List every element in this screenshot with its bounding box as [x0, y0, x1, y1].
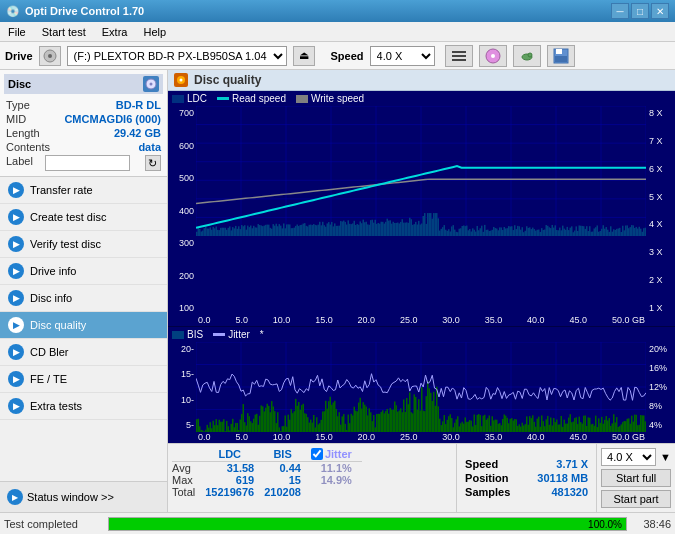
nav-drive-info[interactable]: ▶ Drive info	[0, 258, 167, 285]
bis-max-val: 15	[264, 474, 311, 486]
cd-bler-icon: ▶	[8, 344, 24, 360]
stats-avg-row: Avg 31.58 0.44 11.1%	[172, 462, 362, 475]
th-jitter: Jitter	[311, 448, 362, 462]
jitter-legend-label: Jitter	[228, 329, 250, 340]
speed-label: Speed	[331, 50, 364, 62]
avg-label: Avg	[172, 462, 205, 475]
jitter-color-swatch	[213, 333, 225, 336]
config-icon-btn[interactable]	[445, 45, 473, 67]
charts-area: LDC Read speed Write speed 700 600 500	[168, 91, 675, 443]
bis-color-swatch	[172, 331, 184, 339]
svg-point-13	[150, 83, 153, 86]
nav-drive-info-label: Drive info	[30, 265, 76, 277]
drive-label: Drive	[5, 50, 33, 62]
menu-file[interactable]: File	[4, 25, 30, 39]
maximize-button[interactable]: □	[631, 3, 649, 19]
extra-tests-icon: ▶	[8, 398, 24, 414]
nav-verify-test-disc-label: Verify test disc	[30, 238, 101, 250]
disc-type-row: Type BD-R DL	[4, 98, 163, 112]
write-speed-legend-label: Write speed	[311, 93, 364, 104]
drive-info-icon: ▶	[8, 263, 24, 279]
disc-header: Disc	[4, 74, 163, 94]
nav-create-test-disc[interactable]: ▶ Create test disc	[0, 204, 167, 231]
disc-contents-row: Contents data	[4, 140, 163, 154]
eject-button[interactable]: ⏏	[293, 46, 315, 66]
speed-select[interactable]: 4.0 X	[370, 46, 435, 66]
svg-point-1	[48, 54, 52, 58]
samples-label: Samples	[465, 486, 510, 498]
top-legend: LDC Read speed Write speed	[168, 91, 675, 106]
y-axis-right-top: 8 X 7 X 6 X 5 X 4 X 3 X 2 X 1 X	[647, 106, 675, 315]
speed-dropdown-icon: ▼	[660, 451, 671, 463]
start-part-button[interactable]: Start part	[601, 490, 671, 508]
svg-point-8	[528, 53, 532, 57]
bis-avg-val: 0.44	[264, 462, 311, 475]
menu-extra[interactable]: Extra	[98, 25, 132, 39]
nav-disc-info[interactable]: ▶ Disc info	[0, 285, 167, 312]
turtle-icon-btn[interactable]	[513, 45, 541, 67]
time-text: 38:46	[631, 518, 671, 530]
disc-length-row: Length 29.42 GB	[4, 126, 163, 140]
close-button[interactable]: ✕	[651, 3, 669, 19]
label-refresh-btn[interactable]: ↻	[145, 155, 161, 171]
read-speed-legend-label: Read speed	[232, 93, 286, 104]
nav-disc-info-label: Disc info	[30, 292, 72, 304]
nav-fe-te[interactable]: ▶ FE / TE	[0, 366, 167, 393]
ldc-legend: LDC	[172, 93, 207, 104]
nav-transfer-rate[interactable]: ▶ Transfer rate	[0, 177, 167, 204]
disc-icon-btn[interactable]	[479, 45, 507, 67]
label-label: Label	[6, 155, 33, 171]
minimize-button[interactable]: ─	[611, 3, 629, 19]
status-window-icon: ▶	[7, 489, 23, 505]
sidebar: Disc Type BD-R DL MID CMCMAGDI6 (000) Le…	[0, 70, 168, 512]
svg-point-15	[180, 79, 183, 82]
verify-test-disc-icon: ▶	[8, 236, 24, 252]
action-buttons: 4.0 X ▼ Start full Start part	[596, 444, 675, 512]
bottom-legend: BIS Jitter *	[168, 326, 675, 342]
bottom-chart-draw	[196, 342, 647, 432]
write-speed-color-swatch	[296, 95, 308, 103]
disc-panel: Disc Type BD-R DL MID CMCMAGDI6 (000) Le…	[0, 70, 167, 177]
samples-val: 481320	[551, 486, 588, 498]
progress-bar	[109, 518, 626, 530]
speed-pos-section: Speed 3.71 X Position 30118 MB Samples 4…	[456, 444, 596, 512]
nav-disc-quality[interactable]: ▶ Disc quality	[0, 312, 167, 339]
svg-rect-10	[556, 49, 562, 54]
drive-icon-btn[interactable]	[39, 46, 61, 66]
stats-total-row: Total 15219676 210208	[172, 486, 362, 498]
create-test-disc-icon: ▶	[8, 209, 24, 225]
type-value: BD-R DL	[116, 99, 161, 111]
drive-select[interactable]: (F:) PLEXTOR BD-R PX-LB950SA 1.04	[67, 46, 287, 66]
nav-verify-test-disc[interactable]: ▶ Verify test disc	[0, 231, 167, 258]
read-speed-legend: Read speed	[217, 93, 286, 104]
speed-control-row: 4.0 X ▼	[601, 448, 671, 466]
nav-extra-tests[interactable]: ▶ Extra tests	[0, 393, 167, 420]
status-window-section: ▶ Status window >>	[0, 481, 167, 512]
top-chart-container: 700 600 500 400 300 200 100 8 X 7 X 6 X	[168, 106, 675, 315]
menu-help[interactable]: Help	[139, 25, 170, 39]
statusbar: Test completed 100.0% 38:46	[0, 512, 675, 534]
length-value: 29.42 GB	[114, 127, 161, 139]
label-input[interactable]	[45, 155, 130, 171]
status-window-btn[interactable]: ▶ Status window >>	[4, 486, 163, 508]
save-icon-btn[interactable]	[547, 45, 575, 67]
contents-label: Contents	[6, 141, 50, 153]
drivebar: Drive (F:) PLEXTOR BD-R PX-LB950SA 1.04 …	[0, 42, 675, 70]
mid-label: MID	[6, 113, 26, 125]
nav-cd-bler[interactable]: ▶ CD Bler	[0, 339, 167, 366]
disc-quality-icon: ▶	[8, 317, 24, 333]
th-empty	[172, 448, 205, 462]
main-area: Disc Type BD-R DL MID CMCMAGDI6 (000) Le…	[0, 70, 675, 512]
speed-label: Speed	[465, 458, 498, 470]
start-full-button[interactable]: Start full	[601, 469, 671, 487]
jitter-checkbox[interactable]	[311, 448, 323, 460]
disc-header-icon	[143, 76, 159, 92]
test-speed-select[interactable]: 4.0 X	[601, 448, 656, 466]
nav-create-test-disc-label: Create test disc	[30, 211, 106, 223]
ldc-legend-label: LDC	[187, 93, 207, 104]
menu-start-test[interactable]: Start test	[38, 25, 90, 39]
top-chart-draw	[196, 106, 647, 315]
status-text: Test completed	[4, 518, 104, 530]
bottom-chart-container: 20- 15- 10- 5- 20% 16% 12% 8% 4%	[168, 342, 675, 432]
menubar: File Start test Extra Help	[0, 22, 675, 42]
